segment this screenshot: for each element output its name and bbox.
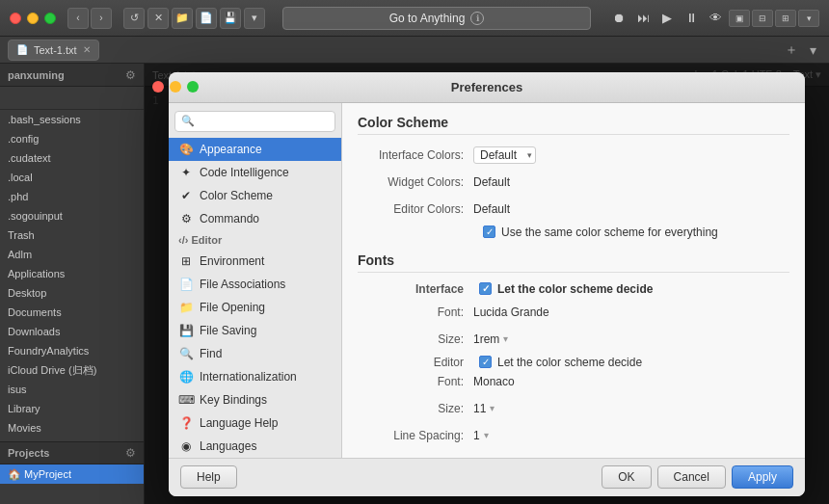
sidebar-item-bash_sessions[interactable]: .bash_sessions: [0, 110, 144, 129]
pref-nav-i18n[interactable]: 🌐 Internationalization: [169, 365, 341, 388]
appearance-icon: 🎨: [178, 143, 194, 156]
sidebar-item-phd[interactable]: .phd: [0, 187, 144, 206]
widget-colors-label: Widget Colors:: [358, 175, 473, 189]
projects-settings-icon[interactable]: ⚙: [125, 446, 136, 460]
apply-button[interactable]: Apply: [732, 465, 793, 489]
file-icon[interactable]: 📄: [196, 8, 217, 29]
sidebar-item-movies[interactable]: Movies: [0, 418, 144, 438]
stop-button[interactable]: ✕: [147, 8, 169, 29]
sidebar-item-isus[interactable]: isus: [0, 380, 144, 399]
pref-nav-file-opening[interactable]: 📁 File Opening: [169, 296, 341, 319]
sidebar-item-applications[interactable]: Applications: [0, 264, 144, 283]
sidebar-item-myproject[interactable]: 🏠 MyProject: [0, 464, 144, 484]
pref-nav-file-assoc-label: File Associations: [200, 278, 285, 291]
interface-colors-dropdown[interactable]: Default: [473, 146, 536, 164]
tab-file-icon: 📄: [16, 44, 28, 55]
file-opening-icon: 📁: [178, 301, 194, 314]
toolbar-icons: ↺ ✕ 📁 📄 💾 ▾: [123, 8, 265, 29]
i18n-icon: 🌐: [178, 370, 194, 384]
pref-nav-commando[interactable]: ⚙ Commando: [169, 207, 341, 230]
interface-font-checkbox[interactable]: ✓: [479, 282, 492, 295]
find-icon: 🔍: [178, 347, 194, 360]
sidebar-item-foundry[interactable]: FoundryAnalytics: [0, 341, 144, 360]
pref-nav-file-saving[interactable]: 💾 File Saving: [169, 319, 341, 342]
tab-list-button[interactable]: ▾: [804, 41, 821, 59]
layout-icons: ▣ ⊟ ⊞ ▾: [729, 10, 819, 27]
eye-icon[interactable]: 👁: [705, 8, 726, 29]
pref-search-box[interactable]: 🔍: [174, 111, 335, 132]
pref-nav-code-intel[interactable]: ✦ Code Intelligence: [169, 161, 341, 184]
preferences-dialog: Preferences 🔍 🎨 Appearance: [169, 72, 805, 496]
layout-more[interactable]: ▾: [798, 10, 819, 27]
sidebar-item-downloads[interactable]: Downloads: [0, 322, 144, 341]
sidebar-item-sogouinput[interactable]: .sogouinput: [0, 206, 144, 225]
interface-size-value: 1rem: [473, 332, 499, 346]
editor-sub-label: Editor: [358, 356, 473, 369]
sidebar-item-adlm[interactable]: Adlm: [0, 245, 144, 264]
sidebar-item-cudatext[interactable]: .cudatext: [0, 148, 144, 168]
sidebar-item-documents[interactable]: Documents: [0, 303, 144, 322]
help-button[interactable]: Help: [180, 465, 237, 489]
tab-text1[interactable]: 📄 Text-1.txt ✕: [8, 40, 99, 61]
main-area: panxuming ⚙ .bash_sessions .config .cuda…: [0, 64, 829, 504]
layout-single[interactable]: ▣: [729, 10, 750, 27]
pref-nav-environment[interactable]: ⊞ Environment: [169, 250, 341, 273]
editor-size-arrow: ▾: [490, 403, 495, 413]
cancel-button[interactable]: Cancel: [657, 465, 726, 489]
interface-colors-select[interactable]: Default: [473, 146, 536, 164]
line-spacing-value: 1: [473, 429, 480, 442]
sidebar-item-config[interactable]: .config: [0, 129, 144, 148]
search-icon: 🔍: [181, 115, 195, 127]
back-button[interactable]: ‹: [67, 8, 89, 29]
sidebar-user-row: [0, 87, 144, 110]
reload-button[interactable]: ↺: [123, 8, 145, 29]
folder-icon[interactable]: 📁: [172, 8, 193, 29]
tabbar: 📄 Text-1.txt ✕ ＋ ▾: [0, 37, 829, 64]
pref-nav-keybindings[interactable]: ⌨ Key Bindings: [169, 388, 341, 411]
layout-split-v[interactable]: ⊟: [752, 10, 773, 27]
close-button[interactable]: [10, 13, 21, 24]
sidebar-item-icloud[interactable]: iCloud Drive (归档): [0, 360, 144, 380]
play-icon[interactable]: ▶: [656, 8, 678, 29]
sidebar-item-trash[interactable]: Trash: [0, 225, 144, 245]
sidebar-item-local[interactable]: .local: [0, 168, 144, 187]
dialog-traffic-lights: [169, 81, 199, 93]
goto-bar[interactable]: Go to Anything ℹ: [282, 7, 591, 30]
more-button[interactable]: ▾: [244, 8, 265, 29]
new-tab-button[interactable]: ＋: [783, 41, 800, 59]
layout-split-h[interactable]: ⊞: [775, 10, 796, 27]
forward-button[interactable]: ›: [91, 8, 112, 29]
dialog-maximize[interactable]: [187, 81, 199, 93]
pref-nav-file-assoc[interactable]: 📄 File Associations: [169, 273, 341, 296]
environment-icon: ⊞: [178, 254, 194, 268]
pref-nav-keybindings-label: Key Bindings: [200, 393, 267, 407]
dialog-minimize[interactable]: [170, 81, 181, 93]
pref-nav-appearance[interactable]: 🎨 Appearance: [169, 138, 341, 161]
record-icon[interactable]: ⏺: [608, 8, 629, 29]
pref-nav-find[interactable]: 🔍 Find: [169, 342, 341, 365]
pref-search-input[interactable]: [199, 116, 329, 127]
skip-icon[interactable]: ⏭: [632, 8, 654, 29]
sidebar-item-desktop[interactable]: Desktop: [0, 283, 144, 303]
pref-nav-color-scheme[interactable]: ✔ Color Scheme: [169, 184, 341, 207]
pref-nav-languages[interactable]: ◉ Languages: [169, 435, 341, 458]
editor-area: Text-1.txt › Ln: 1 Col: 1 UTF-8 ▾ Text ▾…: [145, 64, 829, 504]
minimize-button[interactable]: [27, 13, 39, 24]
editor-font-checkbox[interactable]: ✓: [479, 356, 492, 368]
ok-button[interactable]: OK: [602, 465, 651, 489]
pref-nav-lang-help[interactable]: ❓ Language Help: [169, 411, 341, 435]
maximize-button[interactable]: [44, 13, 56, 24]
file-saving-icon: 💾: [178, 324, 194, 337]
same-scheme-checkbox[interactable]: ✓: [483, 225, 495, 238]
editor-font-row: Font: Monaco: [358, 371, 789, 392]
pref-nav-file-saving-label: File Saving: [200, 324, 256, 337]
info-icon[interactable]: ℹ: [470, 12, 484, 25]
sidebar-item-library[interactable]: Library: [0, 399, 144, 418]
interface-colors-label: Interface Colors:: [358, 148, 473, 162]
keybindings-icon: ⌨: [178, 393, 194, 407]
tab-close-button[interactable]: ✕: [83, 44, 91, 55]
code-intel-icon: ✦: [178, 166, 194, 179]
debug-icon[interactable]: ⏸: [681, 8, 702, 29]
save-button[interactable]: 💾: [220, 8, 241, 29]
sidebar-settings-icon[interactable]: ⚙: [125, 68, 136, 82]
